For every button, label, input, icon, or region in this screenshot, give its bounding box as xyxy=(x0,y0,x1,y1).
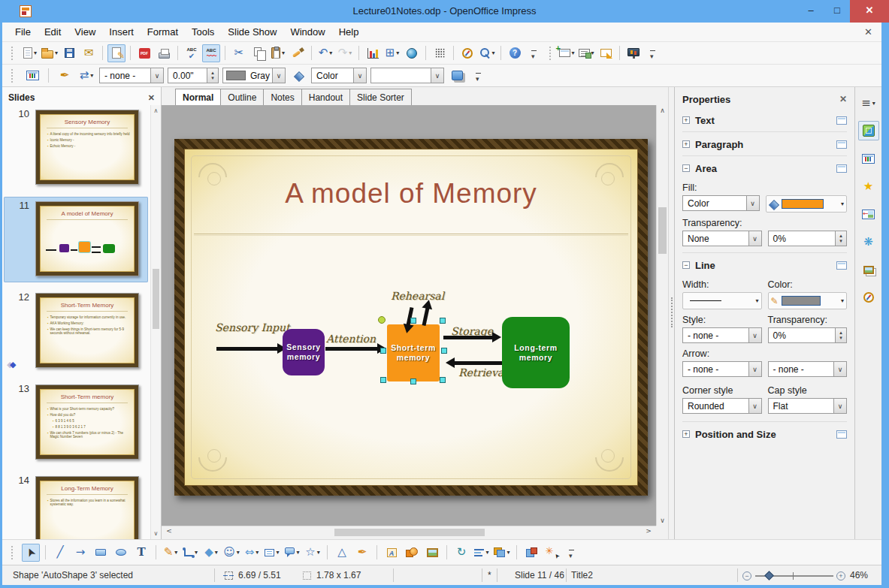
selection-handle[interactable] xyxy=(410,378,416,384)
slide-title[interactable]: A model of Memory xyxy=(174,178,648,210)
redo-button-dropdown[interactable]: ▾ xyxy=(349,50,352,56)
label-sensory-input[interactable]: Sensory Input xyxy=(215,321,290,333)
menu-help[interactable]: Help xyxy=(332,23,366,41)
fill-color-dropdown[interactable]: ▾ xyxy=(841,201,844,207)
horizontal-scrollbar[interactable]: < > xyxy=(162,526,656,538)
line-width-spin-icons[interactable] xyxy=(207,68,218,83)
print-button[interactable] xyxy=(155,44,173,62)
line-style-select[interactable]: - none - xyxy=(682,327,762,343)
cut-button[interactable]: ✂ xyxy=(230,44,248,62)
insert-picture-button[interactable] xyxy=(423,544,441,562)
slide-thumb-canvas[interactable]: Short-Term Memory▪Temporary storage for … xyxy=(35,293,139,368)
tab-slide-sorter[interactable]: Slide Sorter xyxy=(349,89,412,105)
corner-style-select[interactable]: Rounded xyxy=(682,398,762,414)
symbol-shapes-tool-dropdown[interactable]: ▾ xyxy=(237,549,240,556)
fill-type-dropdown-icon[interactable] xyxy=(353,68,366,83)
sidebar-menu-button-dropdown[interactable]: ▾ xyxy=(872,100,875,107)
selection-handle[interactable] xyxy=(440,377,446,383)
arrow-style-dropdown[interactable]: ▾ xyxy=(90,72,93,79)
arrow-storage[interactable] xyxy=(443,336,493,339)
line-color-dropdown[interactable]: ▾ xyxy=(841,297,844,304)
label-rehearsal[interactable]: Rehearsal xyxy=(391,290,444,302)
fill-color-button[interactable]: ▾ xyxy=(766,195,848,213)
label-attention[interactable]: Attention xyxy=(326,333,376,345)
vertical-scrollbar[interactable]: ∧ ∨ xyxy=(656,105,668,526)
line-width-button[interactable]: ▾ xyxy=(682,292,762,309)
scroll-down-icon[interactable]: ∨ xyxy=(151,530,161,537)
dropdown-icon[interactable] xyxy=(748,399,761,413)
edit-file-button[interactable] xyxy=(107,44,125,62)
slide-design-button[interactable] xyxy=(597,44,615,62)
navigator-button[interactable] xyxy=(458,44,476,62)
layout-name[interactable]: Title2 xyxy=(571,570,593,580)
extrusion-button[interactable] xyxy=(522,544,540,562)
open-button[interactable]: ▾ xyxy=(41,44,59,62)
zoom-button[interactable]: ▾ xyxy=(478,44,496,62)
line-ends-arrow-tool[interactable]: → xyxy=(71,544,89,562)
tab-outline[interactable]: Outline xyxy=(220,89,264,105)
ellipse-tool[interactable] xyxy=(112,544,130,562)
maximize-button[interactable]: □ xyxy=(824,0,850,23)
dialog-launcher-icon[interactable] xyxy=(836,164,847,173)
slides-panel-close-icon[interactable]: ✕ xyxy=(148,93,155,103)
slide-counter[interactable]: Slide 11 / 46 xyxy=(515,570,564,580)
tab-slide-transition[interactable] xyxy=(858,204,879,224)
zoom-in-icon[interactable]: + xyxy=(836,571,845,580)
slide-thumbnail-14[interactable]: 14Long-Term Memory▪Stores all the inform… xyxy=(4,472,148,539)
line-color-button[interactable]: ✎▾ xyxy=(768,292,848,309)
scroll-up-icon[interactable]: ∧ xyxy=(151,107,161,114)
email-button[interactable]: ✉ xyxy=(80,44,98,62)
dropdown-icon[interactable] xyxy=(748,362,761,376)
insert-table-button[interactable]: ⊞▾ xyxy=(383,44,401,62)
presentation-overflow-button[interactable] xyxy=(644,44,662,62)
curve-tool-dropdown[interactable]: ▾ xyxy=(174,549,177,556)
zoom-button-dropdown[interactable]: ▾ xyxy=(492,50,495,56)
arrow-style-button[interactable]: ⇄▾ xyxy=(77,67,95,85)
selection-handle[interactable] xyxy=(410,318,416,324)
slide-thumb-canvas[interactable]: Sensory Memory▪A literal copy of the inc… xyxy=(35,110,139,185)
menu-format[interactable]: Format xyxy=(141,23,185,41)
select-tool[interactable]: ➤ xyxy=(22,544,40,562)
save-button[interactable] xyxy=(60,44,78,62)
object-size[interactable]: 1.78 x 1.67 xyxy=(316,570,361,580)
block-arrows-tool[interactable]: ⇔▾ xyxy=(243,544,261,562)
section-paragraph[interactable]: Paragraph xyxy=(682,135,847,153)
tab-custom-animation[interactable]: ★ xyxy=(858,176,879,196)
selection-handle[interactable] xyxy=(440,318,446,324)
paste-button-dropdown[interactable]: ▾ xyxy=(282,50,285,56)
rectangle-tool[interactable] xyxy=(92,544,110,562)
new-document-button-dropdown[interactable]: ▾ xyxy=(34,50,37,56)
arrow-end-select[interactable]: - none - xyxy=(768,361,848,377)
line-bar-overflow-button[interactable] xyxy=(470,67,488,85)
dropdown-icon[interactable] xyxy=(833,362,846,376)
arrow-attention[interactable] xyxy=(325,347,378,351)
new-slide-button[interactable]: ▾ xyxy=(558,44,576,62)
stars-tool[interactable]: ☆▾ xyxy=(304,544,322,562)
toolbar-grip[interactable] xyxy=(549,47,552,60)
dialog-launcher-icon[interactable] xyxy=(836,140,847,149)
spin-icons[interactable] xyxy=(835,231,846,246)
section-area[interactable]: Area xyxy=(682,159,847,177)
flowchart-tool-dropdown[interactable]: ▾ xyxy=(276,549,279,556)
expand-icon[interactable] xyxy=(682,430,690,438)
area-dialog-button[interactable] xyxy=(289,67,307,85)
slide-page[interactable]: A model of Memory Sensory Input Sensory … xyxy=(174,139,648,496)
format-paintbrush-button[interactable] xyxy=(289,44,307,62)
dropdown-icon[interactable] xyxy=(746,196,759,210)
expand-icon[interactable] xyxy=(682,116,690,124)
rotate-button[interactable]: ↻ xyxy=(452,544,470,562)
line-width-dropdown[interactable]: ▾ xyxy=(755,297,758,304)
collapse-icon[interactable] xyxy=(682,261,690,269)
transparency-stepper[interactable]: 0% xyxy=(768,231,848,246)
scroll-right-icon[interactable]: > xyxy=(643,527,655,535)
cursor-position[interactable]: 6.69 / 5.51 xyxy=(238,570,281,580)
insert-shapes-button[interactable] xyxy=(403,544,421,562)
menu-insert[interactable]: Insert xyxy=(102,23,141,41)
slide-show-button[interactable] xyxy=(624,44,643,62)
flowchart-tool[interactable]: ▾ xyxy=(263,544,281,562)
dropdown-icon[interactable] xyxy=(748,231,761,246)
zoom-percent[interactable]: 46% xyxy=(850,570,868,580)
menu-slide-show[interactable]: Slide Show xyxy=(221,23,283,41)
dropdown-icon[interactable] xyxy=(833,399,846,413)
tab-notes[interactable]: Notes xyxy=(263,89,301,105)
